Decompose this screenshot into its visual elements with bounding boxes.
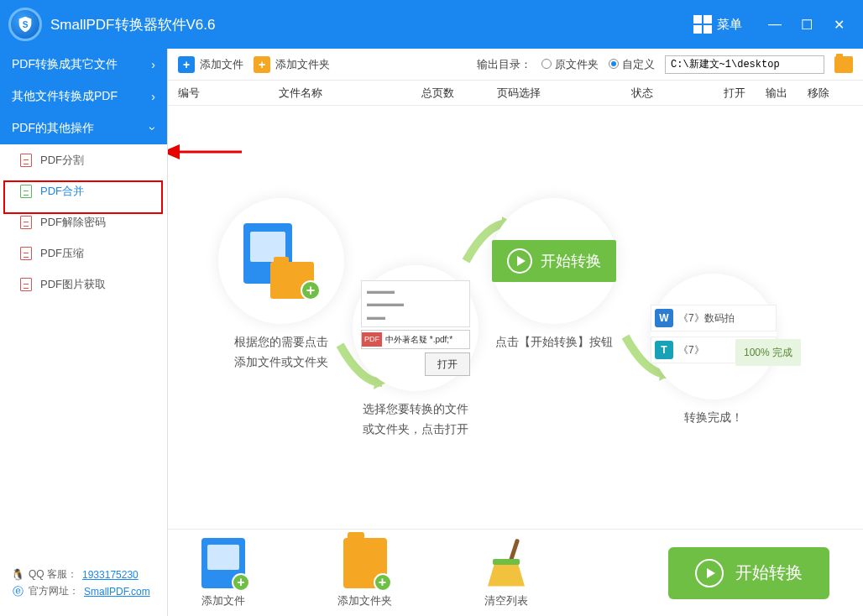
chevron-right-icon: › — [151, 58, 155, 71]
res-name: 《7》数码拍 — [678, 310, 735, 326]
cat-label: 其他文件转换成PDF — [12, 89, 118, 104]
main-area: +添加文件 +添加文件夹 输出目录： 原文件夹 自定义 编号 文件名称 总页数 … — [168, 49, 863, 616]
step-text: 转换完成！ — [651, 408, 777, 428]
play-icon — [507, 248, 532, 274]
btn-label: 添加文件 — [200, 57, 243, 72]
plus-icon: + — [178, 56, 195, 73]
th-output: 输出 — [766, 86, 808, 101]
minimize-button[interactable]: — — [762, 12, 787, 37]
btn-label: 开始转换 — [541, 248, 601, 274]
start-convert-button[interactable]: 开始转换 — [668, 547, 829, 599]
step-1-illustration: + — [218, 198, 344, 324]
chevron-right-icon: › — [151, 90, 155, 103]
globe-icon: ⓔ — [12, 586, 24, 598]
guide-canvas: + 根据您的需要点击 添加文件或文件夹 ▬▬▬▬▬▬▬▬▬ PDF中外著名疑 *… — [168, 106, 863, 529]
item-label: PDF合并 — [40, 184, 84, 199]
text-icon: T — [655, 341, 673, 359]
sidebar-item-pdf-split[interactable]: PDF分割 — [0, 144, 167, 175]
th-page-select: 页码选择 — [497, 86, 631, 101]
sidebar-cat-pdf-ops[interactable]: PDF的其他操作 › — [0, 112, 167, 144]
add-file-button[interactable]: +添加文件 — [178, 56, 243, 73]
bottom-clear-list-button[interactable]: 清空列表 — [484, 538, 528, 608]
btn-label: 清空列表 — [484, 593, 528, 608]
browse-folder-button[interactable] — [834, 56, 853, 73]
plus-icon: + — [254, 56, 270, 73]
menu-button[interactable]: 菜单 — [693, 15, 742, 34]
qq-icon: 🐧 — [12, 569, 24, 581]
cat-label: PDF转换成其它文件 — [12, 57, 118, 72]
file-icon — [20, 154, 32, 167]
maximize-button[interactable]: ☐ — [794, 12, 819, 37]
sidebar: PDF转换成其它文件 › 其他文件转换成PDF › PDF的其他操作 › PDF… — [0, 49, 168, 616]
output-dir-label: 输出目录： — [477, 57, 531, 72]
btn-label: 添加文件夹 — [337, 593, 392, 608]
radio-custom-folder[interactable]: 自定义 — [609, 57, 655, 72]
grid-icon — [693, 15, 712, 34]
res-name: 《7》 — [678, 342, 704, 358]
chevron-down-icon: › — [147, 127, 160, 131]
done-badge: 100% 完成 — [735, 339, 801, 366]
sidebar-item-pdf-extract-img[interactable]: PDF图片获取 — [0, 269, 167, 300]
step-4-illustration: W《7》数码拍 T《7》100% 完成 — [651, 274, 777, 399]
titlebar: S SmallPDF转换器软件V6.6 菜单 — ☐ ✕ — [0, 0, 863, 49]
step-text: 根据您的需要点击 — [218, 332, 344, 352]
th-remove: 移除 — [808, 86, 850, 101]
qq-label: QQ 客服： — [29, 567, 77, 582]
th-status: 状态 — [631, 86, 724, 101]
sidebar-item-pdf-unlock[interactable]: PDF解除密码 — [0, 206, 167, 238]
sidebar-footer: 🐧QQ 客服：1933175230 ⓔ官方网址：SmallPDF.com — [0, 556, 167, 616]
qq-link[interactable]: 1933175230 — [82, 569, 139, 581]
play-icon — [695, 559, 724, 587]
output-path-input[interactable] — [665, 55, 824, 74]
item-label: PDF图片获取 — [40, 277, 106, 292]
step-2: ▬▬▬▬▬▬▬▬▬ PDF中外著名疑 *.pdf;* 打开 选择您要转换的文件 … — [353, 265, 479, 440]
btn-label: 添加文件 — [201, 593, 245, 608]
step-text: 选择您要转换的文件 — [353, 399, 479, 420]
bottom-add-folder-button[interactable]: + 添加文件夹 — [337, 538, 392, 608]
th-pages: 总页数 — [421, 86, 497, 101]
word-icon: W — [655, 309, 673, 327]
file-icon — [20, 185, 32, 198]
file-icon — [20, 247, 32, 260]
th-number: 编号 — [178, 86, 279, 101]
radio-original-folder[interactable]: 原文件夹 — [541, 57, 599, 72]
site-link[interactable]: SmallPDF.com — [84, 586, 150, 598]
toolbar: +添加文件 +添加文件夹 输出目录： 原文件夹 自定义 — [168, 49, 863, 81]
file-icon — [20, 216, 32, 229]
cat-label: PDF的其他操作 — [12, 121, 94, 136]
app-logo-icon: S — [8, 8, 42, 41]
btn-label: 开始转换 — [735, 561, 803, 584]
svg-text:S: S — [23, 20, 29, 29]
item-label: PDF解除密码 — [40, 215, 106, 230]
bottom-bar: + 添加文件 + 添加文件夹 清空列表 开始转换 — [168, 529, 863, 616]
radio-label: 自定义 — [622, 58, 655, 70]
th-filename: 文件名称 — [279, 86, 421, 101]
step-3: 开始转换 点击【开始转换】按钮 — [491, 198, 617, 352]
bottom-add-file-button[interactable]: + 添加文件 — [201, 538, 245, 608]
close-button[interactable]: ✕ — [826, 12, 851, 37]
item-label: PDF分割 — [40, 153, 84, 168]
sidebar-item-pdf-compress[interactable]: PDF压缩 — [0, 238, 167, 269]
item-label: PDF压缩 — [40, 246, 84, 261]
step-text: 添加文件或文件夹 — [218, 352, 344, 373]
sidebar-cat-other-to-pdf[interactable]: 其他文件转换成PDF › — [0, 81, 167, 112]
menu-label: 菜单 — [717, 17, 742, 33]
step-4: W《7》数码拍 T《7》100% 完成 转换完成！ — [651, 274, 777, 428]
sidebar-item-pdf-merge[interactable]: PDF合并 — [0, 175, 167, 206]
app-title: SmallPDF转换器软件V6.6 — [50, 15, 215, 34]
file-name: 中外著名疑 — [385, 335, 427, 344]
annotation-arrow-icon — [168, 139, 243, 164]
add-folder-button[interactable]: +添加文件夹 — [254, 56, 330, 73]
step-2-illustration: ▬▬▬▬▬▬▬▬▬ PDF中外著名疑 *.pdf;* 打开 — [353, 265, 479, 391]
table-header: 编号 文件名称 总页数 页码选择 状态 打开 输出 移除 — [168, 81, 863, 106]
site-label: 官方网址： — [29, 584, 79, 598]
step-text: 点击【开始转换】按钮 — [491, 332, 617, 352]
radio-label: 原文件夹 — [555, 58, 599, 70]
step-3-illustration: 开始转换 — [491, 198, 617, 324]
open-label: 打开 — [425, 352, 470, 376]
step-1: + 根据您的需要点击 添加文件或文件夹 — [218, 198, 344, 373]
btn-label: 添加文件夹 — [275, 57, 330, 72]
step-text: 或文件夹，点击打开 — [353, 420, 479, 440]
sidebar-cat-pdf-to-other[interactable]: PDF转换成其它文件 › — [0, 49, 167, 81]
file-ext: *.pdf;* — [430, 335, 452, 344]
